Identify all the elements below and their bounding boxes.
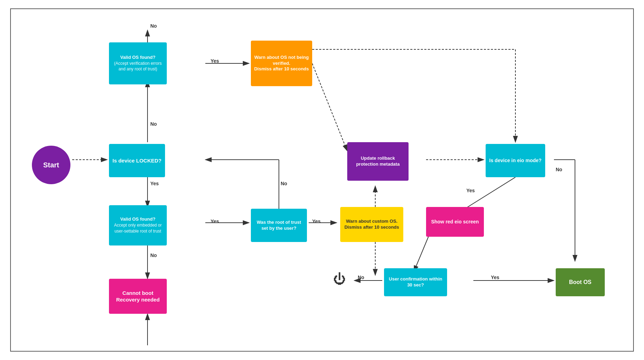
valid-os-locked-node: Valid OS found?Accept only embedded or u… bbox=[109, 205, 167, 245]
cannot-boot-node: Cannot bootRecovery needed bbox=[109, 279, 167, 314]
no-label-valid-locked-down: No bbox=[150, 252, 157, 258]
yes-label-user-confirmation: Yes bbox=[491, 275, 499, 280]
yes-label-valid-locked: Yes bbox=[211, 219, 219, 224]
power-icon: ⏻ bbox=[333, 272, 346, 286]
no-label-valid-unlocked-top: No bbox=[150, 23, 157, 29]
no-label-device-locked-up: No bbox=[150, 121, 157, 127]
yes-label-eio-mode: Yes bbox=[466, 188, 475, 193]
no-label-root-trust: No bbox=[281, 181, 287, 186]
device-locked-node: Is device LOCKED? bbox=[109, 144, 165, 177]
root-of-trust-node: Was the root of trust set by the user? bbox=[251, 209, 307, 242]
svg-line-5 bbox=[312, 63, 347, 151]
warn-os-not-verified-node: Warn about OS not being verified.Dismiss… bbox=[251, 41, 312, 86]
update-rollback-node: Update rollback protection metadata bbox=[347, 142, 409, 181]
valid-os-unlocked-node: Valid OS found?(Accept verification erro… bbox=[109, 42, 167, 84]
device-eio-mode-node: Is device in eio mode? bbox=[486, 144, 545, 177]
yes-label-root-trust: Yes bbox=[312, 219, 321, 224]
yes-label-device-locked-down: Yes bbox=[150, 181, 159, 186]
no-label-user-confirmation: No bbox=[358, 275, 364, 280]
yes-label-valid-unlocked: Yes bbox=[211, 58, 219, 64]
start-node: Start bbox=[32, 146, 70, 184]
arrows-svg bbox=[11, 9, 633, 351]
show-red-eio-node: Show red eio screen bbox=[426, 207, 484, 237]
boot-os-node: Boot OS bbox=[556, 268, 605, 296]
user-confirmation-node: User confirmation within 30 sec? bbox=[384, 268, 447, 296]
no-label-eio-mode: No bbox=[556, 167, 562, 172]
warn-custom-os-node: Warn about custom OS.Dismiss after 10 se… bbox=[340, 207, 403, 242]
flowchart-container: Start Is device LOCKED? Valid OS found?(… bbox=[10, 8, 634, 352]
